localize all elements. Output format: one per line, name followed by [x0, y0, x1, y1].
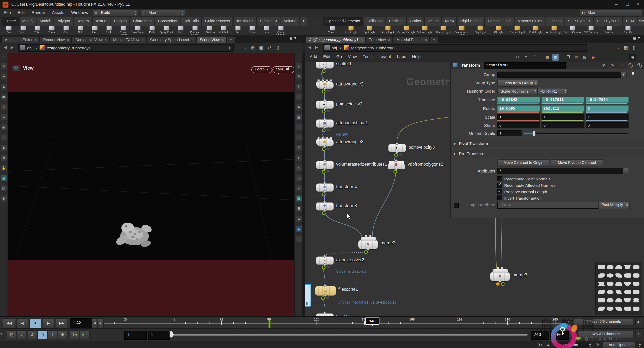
selection-path-field[interactable]: /obj/testgeom...	[554, 342, 589, 348]
shelf-tab-create[interactable]: Create	[2, 17, 19, 26]
frame-step-back-button[interactable]: ◀	[92, 318, 98, 328]
shade-mode-icon[interactable]: ◐	[296, 155, 302, 161]
path-spinner[interactable]: ▲▼	[587, 342, 593, 348]
lock-badge[interactable]	[326, 296, 329, 300]
shelf-tab-viscous-fluids[interactable]: Viscous Fluids	[515, 17, 545, 26]
group-type-dropdown[interactable]: Guess from Group ▲▼	[498, 80, 538, 87]
input-port[interactable]	[323, 312, 326, 315]
node-label-blast4[interactable]: blast4	[336, 315, 348, 316]
sculpt-tool-icon[interactable]: ✒	[1, 73, 7, 79]
node-label-attribwrangle3[interactable]: attribwrangle3	[336, 139, 363, 144]
net-back-button[interactable]: ◀	[307, 44, 313, 50]
camera-lock-icon[interactable]	[286, 68, 289, 70]
node-label-axiom_solver2[interactable]: axiom_solver2	[336, 258, 364, 262]
node-label-scatter1[interactable]: scatter1	[336, 62, 352, 66]
display-badge[interactable]	[322, 110, 326, 113]
node-shape-option[interactable]	[598, 298, 605, 303]
display-badge[interactable]	[322, 192, 326, 196]
net-breadcrumb-node[interactable]: testgeometry_rubbertoy1	[351, 45, 395, 50]
shelf-left-menu-arrow[interactable]: ▼	[291, 19, 294, 22]
add-shelf-tab-button[interactable]: +	[300, 17, 307, 26]
close-tab-icon[interactable]: ×	[360, 38, 363, 42]
left-pane-stack-icon[interactable]: ▤ ▼	[290, 36, 297, 40]
shelf-tab-particles[interactable]: Particles	[386, 17, 406, 26]
auto-update-spinner[interactable]: ▲▼	[637, 342, 643, 348]
breadcrumb[interactable]: obj ▸ testgeometry_rubbertoy1 ▼	[18, 44, 234, 52]
node-shape-option[interactable]	[598, 290, 605, 294]
grid-display-icon[interactable]: ▤	[296, 195, 302, 202]
shelf-tool-helix[interactable]: Helix	[259, 25, 274, 34]
close-tab-icon[interactable]: ×	[35, 38, 37, 42]
node-shape-option[interactable]	[624, 298, 631, 303]
shear-x-field[interactable]: 0	[498, 122, 540, 128]
notes-icon[interactable]: ▤	[573, 54, 580, 61]
shelf-tool-portal-light[interactable]: Portal Light	[526, 25, 545, 34]
shelf-tool-null[interactable]: Null	[73, 25, 88, 34]
scene-spinner[interactable]: ▲▼	[182, 10, 184, 16]
keyframe-marker[interactable]	[268, 320, 270, 328]
scale-handle-icon[interactable]: ⤢	[296, 94, 302, 100]
input-port[interactable]	[323, 118, 326, 120]
lock-badge[interactable]	[399, 153, 402, 156]
pre-transform-section[interactable]: ▶Pre-Transform	[451, 150, 644, 157]
input-port[interactable]	[324, 284, 327, 287]
shelf-tool-ambient-light[interactable]: Ambient Light	[545, 25, 563, 34]
search-icon[interactable]: ⌕	[620, 54, 627, 61]
node-shape-option[interactable]	[607, 273, 614, 278]
shelf-tool-path[interactable]: Path	[145, 25, 159, 34]
output-port[interactable]	[367, 248, 369, 251]
viewport-layout-icon[interactable]: ⊟	[296, 236, 302, 242]
shelf-tool-draw-curve[interactable]: Draw Curve	[130, 25, 145, 34]
node-label-pointvelocity2[interactable]: pointvelocity2	[336, 102, 362, 106]
display-badge[interactable]	[322, 170, 326, 174]
group-select-arrow-icon[interactable]	[632, 72, 635, 76]
function-curve-icon[interactable]: ∿	[569, 331, 576, 338]
node-label-volumerasterizeattributes1[interactable]: volumerasterizeattributes1	[336, 162, 387, 166]
shelf-tool-volume-light[interactable]: Volume Light	[416, 25, 434, 34]
pane-divider[interactable]	[302, 53, 305, 316]
node-shape-option[interactable]	[598, 265, 605, 269]
menu-edit[interactable]: Edit	[14, 9, 28, 17]
group-list-icon[interactable]: ☰	[296, 206, 302, 212]
stop-button[interactable]: ■	[30, 318, 42, 328]
input-port[interactable]	[323, 201, 326, 203]
node-name-field[interactable]: transform1	[484, 62, 566, 68]
panel-icon[interactable]: ▯	[274, 44, 281, 51]
input-port[interactable]	[330, 137, 332, 139]
primitives-snap-icon[interactable]: ▱	[296, 134, 302, 140]
play-button[interactable]: ▶	[42, 318, 55, 328]
display-badge[interactable]	[322, 147, 326, 151]
move-centroid-to-origin-button[interactable]: Move Centroid to Origin	[498, 159, 550, 167]
memory-icon[interactable]: ☁	[545, 342, 551, 347]
shelf-tool-sphere[interactable]: Sphere	[16, 25, 30, 34]
scale-z-field[interactable]: 1	[586, 114, 628, 120]
lock-badge[interactable]	[327, 266, 330, 269]
shelf-tool-stereo-camera[interactable]: Stereo Camera	[563, 25, 582, 34]
input-port[interactable]	[323, 99, 326, 102]
delete-tool-icon[interactable]: ✕	[1, 104, 7, 110]
playback-start-field[interactable]: 1	[148, 331, 170, 340]
shelf-tool-torus[interactable]: Torus	[44, 25, 59, 34]
shelf-tab-grains[interactable]: Grains	[407, 17, 424, 26]
menu-windows[interactable]: Windows	[68, 9, 92, 17]
shelf-tool-environment-light[interactable]: Environment Light	[452, 25, 471, 36]
node-shape-option[interactable]	[607, 265, 614, 269]
shelf-tool-spot-light[interactable]: Spot Light	[360, 25, 379, 34]
projection-selector[interactable]: Persp▼	[251, 66, 272, 73]
forward-button[interactable]: ▶	[9, 44, 15, 50]
display-badge[interactable]	[501, 282, 504, 286]
display-badge[interactable]	[321, 296, 325, 300]
net-menu-labs[interactable]: Labs	[394, 53, 409, 61]
prev-frame-button[interactable]: ◀	[16, 318, 28, 328]
scale-y-field[interactable]: 1	[542, 114, 584, 120]
display-badge[interactable]	[322, 90, 326, 93]
shelf-tool-spray-paint[interactable]: Spray Paint	[159, 25, 173, 34]
close-tab-icon[interactable]: ×	[67, 38, 69, 42]
shelf-tab-constraints[interactable]: Constraints	[155, 17, 180, 26]
info-icon[interactable]: i	[628, 63, 633, 68]
shelf-tool-caustic-light[interactable]: Caustic Light	[508, 25, 526, 34]
net-menu-help[interactable]: Help	[409, 53, 424, 61]
input-port[interactable]	[317, 137, 320, 139]
uniform-scale-slider-handle[interactable]	[533, 131, 536, 136]
shelf-tab-guide-process[interactable]: Guide Process	[202, 17, 233, 26]
